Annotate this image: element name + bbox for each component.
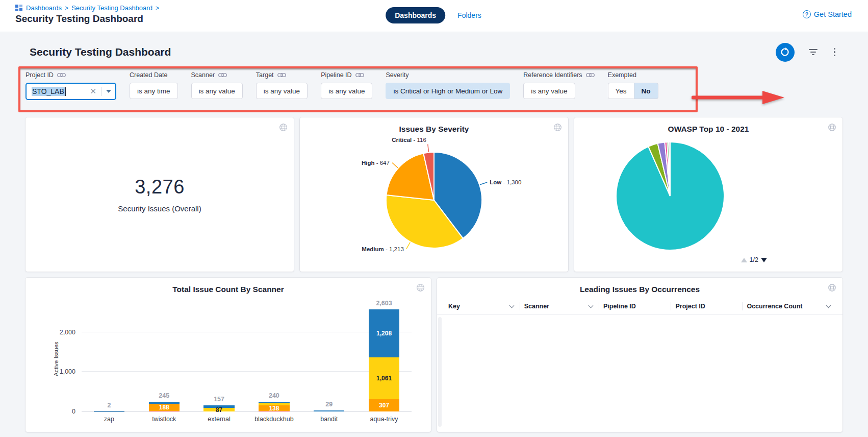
bar-total-value: 29 [298, 401, 360, 408]
occurrences-table-header: KeyScannerPipeline IDProject IDOccurrenc… [437, 298, 843, 314]
pie-leader-line [480, 182, 487, 185]
page-indicator: 1/2 [750, 256, 758, 263]
link-icon [355, 72, 364, 78]
scanner-bar-chart: 01,0002,0002zap188245twistlock87157exter… [25, 298, 431, 432]
globe-icon [828, 123, 836, 132]
get-started-label: Get Started [814, 10, 852, 18]
filter-value-created-date[interactable]: is any time [130, 83, 178, 99]
stacked-bar-aqua-trivy[interactable]: 3071,0611,208 [369, 306, 399, 411]
chevron-down-icon[interactable] [509, 303, 514, 308]
stacked-bar-zap[interactable] [94, 306, 124, 411]
filter-label: Exempted [608, 71, 636, 79]
vertical-scrollbar[interactable] [438, 317, 442, 427]
chart-title: Total Issue Count By Scanner [31, 285, 426, 294]
pie-leader-line [428, 144, 429, 152]
page-down-icon[interactable] [761, 258, 767, 262]
filter-created-date: Created Dateis any time [130, 71, 178, 99]
exempted-toggle: YesNo [608, 83, 658, 99]
breadcrumb-current[interactable]: Security Testing Dashboard [71, 4, 152, 12]
y-axis-title: Active Issues [53, 342, 59, 376]
clear-icon[interactable]: ✕ [85, 87, 101, 96]
chart-title: Leading Issues By Occurrences [442, 285, 837, 294]
y-tick: 0 [45, 408, 75, 415]
filter-value-reference-identifiers[interactable]: is any value [523, 83, 575, 99]
filter-label: Reference Identifiers [523, 71, 582, 79]
y-tick: 2,000 [45, 329, 75, 336]
column-header-scanner[interactable]: Scanner [520, 302, 599, 310]
tile-leading-issues-by-occurrences: Leading Issues By Occurrences KeyScanner… [437, 278, 843, 432]
filter-icon[interactable] [807, 47, 820, 57]
filter-value-pipeline-id[interactable]: is any value [321, 83, 372, 99]
column-header-pipeline-id[interactable]: Pipeline ID [599, 302, 671, 310]
tab-dashboards[interactable]: Dashboards [386, 7, 445, 23]
chevron-down-icon[interactable] [826, 303, 831, 308]
globe-icon [416, 283, 425, 292]
x-axis-label: aqua-trivy [349, 416, 419, 423]
owasp-top-10-pie [574, 135, 843, 272]
tile-issues-by-severity: Issues By Severity Low - 1,300Medium - 1… [300, 117, 568, 272]
column-header-project-id[interactable]: Project ID [671, 302, 742, 310]
page-up-icon[interactable] [741, 258, 747, 262]
page-title: Security Testing Dashboard [30, 46, 171, 58]
bar-segment-value: 87 [197, 406, 240, 414]
occurrences-table-body [437, 315, 843, 429]
chevron-down-icon[interactable] [589, 303, 594, 308]
filter-value-scanner[interactable]: is any value [191, 83, 243, 99]
filter-scanner: Scanneris any value [191, 71, 243, 99]
stacked-bar-bandit[interactable] [314, 306, 344, 411]
exempted-no-button[interactable]: No [634, 83, 658, 99]
breadcrumb-dashboards[interactable]: Dashboards [26, 4, 62, 12]
pie-label-high: High - 647 [362, 160, 390, 166]
filter-label: Pipeline ID [321, 71, 351, 79]
filter-reference-identifiers: Reference Identifiersis any value [523, 71, 594, 99]
overall-issue-label: Security Issues (Overall) [118, 204, 201, 213]
filter-label: Severity [386, 71, 409, 79]
bar-total-value: 157 [189, 396, 250, 403]
bar-segment-value: 1,208 [363, 330, 405, 337]
bar-total-value: 245 [134, 392, 195, 399]
refresh-button[interactable] [776, 43, 795, 62]
tile-security-issues-overall: 3,276 Security Issues (Overall) [25, 117, 294, 272]
filter-label: Target [256, 71, 274, 79]
y-tick: 1,000 [45, 368, 75, 375]
filter-value-severity[interactable]: is Critical or High or Medium or Low [386, 83, 510, 99]
help-icon: ? [803, 10, 811, 18]
filter-target: Targetis any value [256, 71, 308, 99]
filter-severity: Severityis Critical or High or Medium or… [386, 71, 510, 99]
app-header: Dashboards > Security Testing Dashboard … [0, 0, 868, 32]
bar-total-value: 2 [79, 402, 140, 409]
get-started-link[interactable]: ? Get Started [803, 10, 852, 18]
bar-total-value: 2,603 [353, 300, 415, 307]
column-header-occurrence-count[interactable]: Occurrence Count [742, 302, 836, 310]
breadcrumb: Dashboards > Security Testing Dashboard … [15, 4, 159, 12]
combobox-value[interactable]: STO_LAB [32, 87, 85, 96]
filter-bar: Project IDSTO_LAB✕Created Dateis any tim… [25, 71, 843, 100]
pie-label-low: Low - 1,300 [490, 179, 521, 185]
bar-segment[interactable] [149, 411, 180, 411]
pie-leader-line [392, 163, 398, 168]
bar-segment[interactable] [259, 402, 289, 402]
header-tabs: Dashboards Folders [386, 7, 482, 23]
bar-total-value: 240 [243, 392, 304, 399]
project-id-combobox[interactable]: STO_LAB✕ [25, 83, 116, 100]
chart-title: OWASP Top 10 - 2021 [579, 125, 837, 134]
breadcrumb-separator: > [156, 5, 159, 12]
tab-folders[interactable]: Folders [456, 7, 482, 23]
bar-segment[interactable] [314, 410, 344, 411]
link-icon [57, 72, 66, 78]
bar-segment-value: 307 [363, 402, 405, 409]
pie-leader-line [406, 242, 410, 249]
refresh-icon [780, 47, 790, 57]
link-icon [277, 72, 286, 78]
filter-label: Scanner [191, 71, 215, 79]
column-header-key[interactable]: Key [444, 302, 520, 310]
kebab-menu-icon[interactable] [832, 46, 838, 59]
dropdown-caret-icon[interactable] [106, 90, 111, 93]
bar-column-blackduckhub: 138240blackduckhub [246, 306, 301, 411]
breadcrumb-separator: > [65, 5, 68, 12]
filter-value-target[interactable]: is any value [256, 83, 308, 99]
exempted-yes-button[interactable]: Yes [608, 83, 634, 99]
bar-segment-value: 188 [143, 404, 186, 411]
globe-icon [553, 123, 562, 132]
filter-label: Project ID [25, 71, 54, 79]
